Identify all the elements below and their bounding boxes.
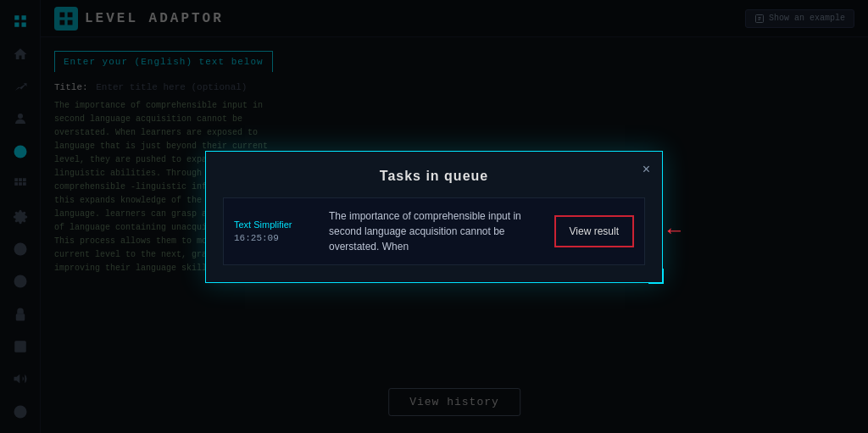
arrow-annotation: ← xyxy=(667,219,681,244)
modal-close-button[interactable]: × xyxy=(643,162,650,177)
task-row: Text Simplifier 16:25:09 The importance … xyxy=(223,197,645,265)
task-info: Text Simplifier 16:25:09 xyxy=(234,219,319,243)
view-result-button[interactable]: View result xyxy=(554,215,634,247)
task-time: 16:25:09 xyxy=(234,233,319,243)
modal-overlay: Tasks in queue × Text Simplifier 16:25:0… xyxy=(0,0,868,433)
tasks-modal: Tasks in queue × Text Simplifier 16:25:0… xyxy=(205,151,663,283)
modal-title: Tasks in queue xyxy=(223,169,645,184)
task-text: The importance of comprehensible input i… xyxy=(329,208,544,254)
task-type: Text Simplifier xyxy=(234,219,319,230)
